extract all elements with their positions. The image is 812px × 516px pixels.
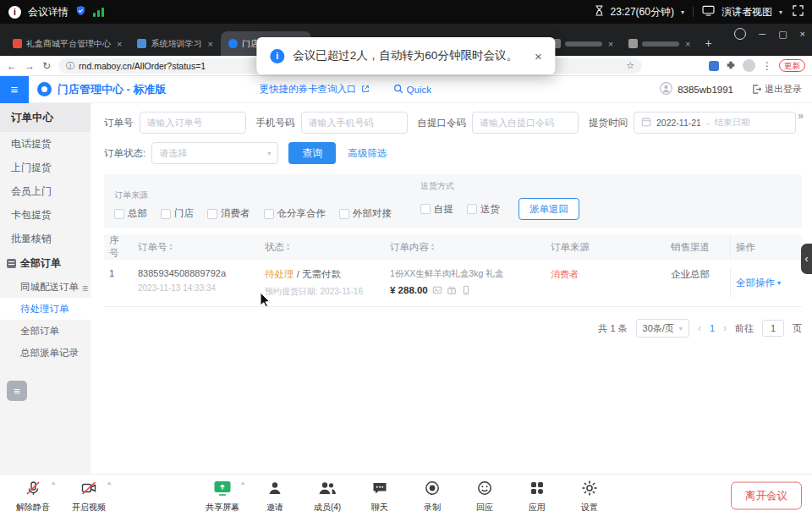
username[interactable]: 8385wb1991 — [678, 85, 733, 95]
phone-label: 手机号码 — [256, 117, 295, 129]
sort-icon[interactable]: ▴▾ — [287, 243, 289, 251]
settings-button[interactable]: 设置 — [567, 478, 612, 513]
tab-close-icon[interactable]: × — [608, 39, 613, 49]
goto-page-input[interactable] — [762, 320, 784, 337]
timer-dropdown-icon[interactable]: ▾ — [681, 8, 684, 16]
prev-page-icon[interactable]: ‹ — [698, 322, 701, 334]
apps-button[interactable]: 应用 — [514, 478, 560, 513]
source-badge: 消费者 — [551, 269, 579, 279]
site-info-icon[interactable]: ⓘ — [66, 60, 74, 72]
phone-input[interactable] — [301, 112, 408, 134]
checkbox-hq[interactable]: 总部 — [114, 207, 147, 220]
sidebar-group-all-orders[interactable]: 全部订单 — [0, 250, 91, 276]
chevron-up-icon[interactable]: ^ — [52, 480, 55, 488]
browser-avatar-icon[interactable] — [743, 59, 755, 72]
sort-icon[interactable]: ▴▾ — [431, 243, 434, 251]
chat-button[interactable]: 聊天 — [357, 478, 403, 513]
start-video-button[interactable]: 开启视频 ^ — [66, 478, 112, 513]
col-status[interactable]: 状态▴▾ — [260, 241, 385, 254]
tab-close-icon[interactable]: × — [117, 39, 122, 49]
window-maximize-icon[interactable]: ▢ — [778, 29, 787, 40]
gift-icon[interactable] — [447, 285, 457, 295]
panel-collapse-icon[interactable]: » — [798, 110, 804, 122]
members-button[interactable]: 成员(4) — [304, 478, 350, 513]
sidebar-item-phone-pickup[interactable]: 电话提货 — [0, 132, 91, 156]
phone-icon[interactable] — [461, 285, 471, 295]
sidebar-item-batch-verify[interactable]: 批量核销 — [0, 227, 91, 250]
extensions-puzzle-icon[interactable] — [726, 58, 736, 74]
logout-button[interactable]: 退出登录 — [752, 83, 802, 96]
share-screen-button[interactable]: 共享屏幕 ^ — [200, 478, 245, 513]
forward-icon[interactable]: → — [25, 60, 35, 72]
image-icon[interactable] — [432, 285, 442, 295]
browser-tab[interactable]: × — [621, 31, 698, 56]
new-tab-button[interactable]: + — [705, 36, 712, 50]
next-page-icon[interactable]: › — [723, 322, 727, 334]
tab-close-icon[interactable]: × — [207, 39, 212, 49]
main-content: » 订单号 手机号码 自提口令码 — [91, 103, 812, 474]
checkbox-consumer[interactable]: 消费者 — [207, 207, 250, 220]
back-icon[interactable]: ← — [7, 60, 17, 72]
sidebar-collapse-icon[interactable]: ≡ — [82, 283, 88, 294]
checkbox-warehouse-coop[interactable]: 仓分享合作 — [264, 207, 326, 220]
tab-close-icon[interactable]: × — [685, 39, 690, 49]
browser-tab[interactable]: 系统培训学习 × — [129, 31, 220, 56]
order-number[interactable]: 8385934508889792a — [138, 268, 255, 278]
floating-list-button[interactable]: ≡ — [7, 381, 27, 401]
sidebar-item-door-pickup[interactable]: 上门提货 — [0, 156, 91, 179]
meeting-details-label[interactable]: 会议详情 — [28, 5, 69, 19]
sidebar-item-hq-dispatch[interactable]: 总部派单记录 — [0, 342, 91, 364]
browser-update-chip[interactable]: 更新 — [779, 59, 805, 72]
date-range-picker[interactable]: 2022-11-21 - 结束日期 — [634, 112, 796, 134]
sidebar-item-pending-orders[interactable]: 待处理订单 — [0, 298, 91, 320]
record-button[interactable]: 录制 — [409, 478, 455, 513]
dispatch-return-button[interactable]: 派单退回 — [518, 198, 579, 220]
checkbox-store[interactable]: 门店 — [161, 207, 194, 220]
reload-icon[interactable]: ↻ — [42, 60, 51, 72]
sidebar-item-city-delivery[interactable]: 同城配送订单 — [0, 276, 91, 298]
sort-icon[interactable]: ▴▾ — [170, 243, 173, 251]
sidebar-item-all-orders[interactable]: 全部订单 — [0, 320, 91, 342]
chevron-up-icon[interactable]: ^ — [107, 480, 111, 488]
col-order-no[interactable]: 订单号▴▾ — [133, 241, 260, 254]
toast-close-icon[interactable]: × — [535, 49, 542, 63]
info-icon[interactable]: i — [8, 6, 21, 19]
meeting-panel-handle[interactable]: ‹ — [801, 244, 812, 274]
pickup-code-input[interactable] — [472, 112, 579, 134]
shield-security-icon[interactable] — [75, 5, 86, 19]
reactions-button[interactable]: 回应 — [462, 478, 508, 513]
view-mode-label[interactable]: 演讲者视图 — [721, 5, 772, 19]
browser-profile-icon[interactable] — [734, 28, 746, 40]
network-signal-icon — [93, 7, 104, 17]
extension-icon[interactable] — [709, 61, 719, 71]
menu-hamburger-icon[interactable]: ≡ — [0, 76, 29, 103]
page-size-select[interactable]: 30条/页▾ — [636, 319, 689, 338]
window-close-icon[interactable]: × — [800, 29, 805, 39]
sidebar-item-member-visit[interactable]: 会员上门 — [0, 179, 91, 203]
current-page[interactable]: 1 — [710, 323, 715, 333]
checkbox-delivery[interactable]: 送货 — [467, 203, 500, 216]
col-content[interactable]: 订单内容▴▾ — [385, 241, 546, 254]
leave-meeting-button[interactable]: 离开会议 — [731, 481, 802, 509]
invite-button[interactable]: 邀请 — [252, 478, 298, 513]
quick-search-link[interactable]: Quick — [393, 84, 431, 96]
order-status-select[interactable]: 请选择 ▾ — [151, 142, 278, 164]
bookmark-star-icon[interactable]: ☆ — [626, 60, 634, 71]
checkbox-external[interactable]: 外部对接 — [339, 207, 392, 220]
view-dropdown-icon[interactable]: ▾ — [779, 8, 782, 16]
browser-menu-icon[interactable]: ⋮ — [762, 60, 772, 72]
url-text: rnd.maboy.cn/AllOrder?status=1 — [79, 61, 206, 71]
chevron-up-icon[interactable]: ^ — [241, 480, 244, 488]
advanced-filter-link[interactable]: 高级筛选 — [348, 147, 387, 160]
quick-entry-link[interactable]: 更快捷的券卡查询入口 — [260, 83, 370, 96]
browser-tab[interactable]: 礼盒商城平台管理中心 × — [5, 31, 129, 56]
window-minimize-icon[interactable]: ─ — [759, 29, 765, 39]
fullscreen-icon[interactable] — [793, 5, 804, 19]
order-no-input[interactable] — [140, 112, 246, 134]
checkbox-self-pickup[interactable]: 自提 — [420, 203, 453, 216]
sidebar-item-card-pickup[interactable]: 卡包提货 — [0, 203, 91, 227]
unmute-button[interactable]: 解除静音 ^ — [10, 478, 56, 513]
orders-table: 序号 订单号▴▾ 状态▴▾ 订单内容▴▾ 订单来源 销售渠道 操作 1 8385… — [104, 234, 802, 307]
search-button[interactable]: 查询 — [288, 142, 336, 164]
all-actions-dropdown[interactable]: 全部操作▾ — [736, 277, 781, 289]
